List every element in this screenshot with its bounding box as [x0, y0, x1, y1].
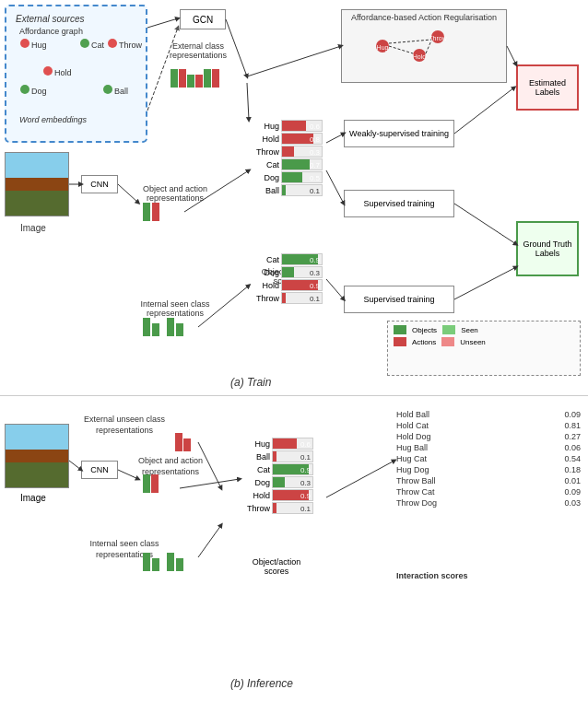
legend-unseen-label: Unseen — [460, 338, 486, 346]
svg-line-6 — [389, 46, 413, 53]
int-seen-bar-1 — [143, 553, 150, 571]
repr-spacer — [161, 318, 165, 336]
score-label-cat-inf: Cat — [240, 465, 272, 474]
svg-text:Throw: Throw — [429, 35, 447, 41]
int-score-row-throw-ball: Throw Ball 0.01 — [396, 476, 581, 485]
cnn-box-train: CNN — [81, 175, 118, 193]
score-val-cat-inf: 0.9 — [300, 464, 311, 476]
score-fill-hold: 0.8 — [282, 134, 313, 144]
cnn-label-train: CNN — [90, 180, 109, 189]
score-row-throw2: Throw 0.1 — [249, 292, 323, 304]
word-embeddings-label: Word embeddings — [19, 115, 87, 124]
legend-swatch-seen — [442, 325, 455, 334]
svg-line-30 — [326, 461, 394, 497]
estimated-labels-box: Estimated Labels — [516, 64, 579, 111]
diagram-container: External sources Affordance graph Hug Ca… — [0, 0, 588, 713]
score-label-hug-inf: Hug — [240, 439, 272, 449]
obj-repr-bar-2 — [151, 474, 159, 493]
int-score-val-throw-dog: 0.03 — [564, 498, 581, 508]
node-cat: Cat — [80, 39, 104, 50]
image-box-inf — [5, 424, 69, 488]
int-score-val-hug-ball: 0.06 — [564, 443, 581, 452]
int-score-label-throw-cat: Throw Cat — [396, 487, 435, 497]
external-sources-label: External sources — [16, 14, 84, 24]
legend-swatch-unseen — [441, 337, 454, 346]
score-val-dog-inf: 0.3 — [300, 477, 311, 489]
ext-class-repr-label: External class representations — [157, 41, 240, 60]
int-score-label-hold-ball: Hold Ball — [396, 410, 429, 419]
node-throw: Throw — [108, 39, 142, 50]
score-fill-ball-inf: 0.1 — [273, 451, 276, 462]
score-bar-cat: 0.7 — [281, 158, 323, 170]
section-a-label: (a) Train — [230, 376, 271, 389]
svg-line-9 — [147, 18, 178, 28]
score-bar-cat2: 0.9 — [281, 253, 323, 265]
supervised-box-2: Supervised training — [344, 286, 454, 313]
external-sources-box: External sources Affordance graph Hug Ca… — [5, 5, 147, 143]
score-row-dog: Dog 0.5 — [249, 171, 323, 183]
ext-unseen-bars-inf — [175, 433, 191, 451]
int-score-label-hug-ball: Hug Ball — [396, 443, 428, 452]
svg-line-24 — [454, 267, 516, 299]
score-row-ball-inf: Ball 0.1 — [240, 450, 313, 462]
score-row-dog-inf: Dog 0.3 — [240, 476, 313, 488]
score-fill-dog-inf: 0.3 — [273, 477, 285, 487]
int-seen-bar-3 — [167, 553, 174, 571]
score-val-throw-inf: 0.1 — [300, 503, 311, 515]
score-fill-cat2: 0.9 — [282, 254, 318, 264]
score-bar-ball-inf: 0.1 — [272, 450, 313, 462]
score-label-cat: Cat — [249, 160, 281, 169]
obj-action-scores-label-inf: Object/action scores — [240, 557, 313, 576]
int-score-label-hug-cat: Hug Cat — [396, 454, 427, 463]
score-row-dog2: Dog 0.3 — [249, 266, 323, 278]
svg-line-17 — [326, 134, 344, 143]
svg-line-13 — [247, 83, 249, 120]
svg-line-20 — [507, 46, 516, 64]
score-fill-hug: 0.6 — [282, 121, 306, 131]
svg-line-19 — [454, 88, 514, 134]
ext-unseen-label: External unseen class representations — [78, 415, 171, 436]
score-label-dog-inf: Dog — [240, 478, 272, 487]
legend-seen-label: Seen — [461, 326, 478, 334]
int-score-val-throw-cat: 0.09 — [564, 487, 581, 497]
legend-row-objects: Objects Seen — [394, 325, 574, 334]
node-hold: Hold — [43, 66, 72, 77]
svg-line-18 — [326, 170, 344, 204]
affordance-box-label: Affordance-based Action Regularisation — [342, 13, 506, 24]
int-seen-bars-inf — [143, 553, 183, 571]
int-score-row-hold-ball: Hold Ball 0.09 — [396, 410, 581, 419]
score-val-cat: 0.7 — [310, 159, 320, 171]
obj-repr-bar-1 — [143, 474, 150, 493]
int-score-val-hold-ball: 0.09 — [564, 410, 581, 419]
svg-line-23 — [326, 279, 344, 299]
repr-bars-obj-train — [143, 203, 159, 221]
score-label-hold: Hold — [249, 134, 281, 144]
ground-truth-label: Ground Truth Labels — [518, 240, 577, 258]
score-val-ball-inf: 0.1 — [300, 451, 311, 463]
train-section: External sources Affordance graph Hug Ca… — [0, 0, 588, 396]
repr-bars-int-train — [143, 318, 183, 336]
gcn-label: GCN — [193, 15, 213, 25]
repr-bar-5 — [204, 69, 211, 88]
scores-table-inf: Hug 0.6 Ball 0.1 Cat — [240, 438, 313, 515]
repr-bar-2 — [179, 69, 186, 88]
scores-table-top: Hug 0.6 Hold 0.8 Throw — [249, 120, 323, 197]
affordance-box: Affordance-based Action Regularisation H… — [341, 9, 507, 83]
score-val-throw2: 0.1 — [310, 293, 320, 305]
interaction-scores: Hold Ball 0.09 Hold Cat 0.81 Hold Dog 0.… — [396, 410, 581, 509]
int-score-row-hug-dog: Hug Dog 0.18 — [396, 465, 581, 474]
svg-line-25 — [69, 461, 81, 470]
int-score-row-hug-cat: Hug Cat 0.54 — [396, 454, 581, 463]
int-score-row-hold-dog: Hold Dog 0.27 — [396, 432, 581, 441]
repr-bar-obj-1 — [143, 203, 150, 221]
repr-bars-ext — [171, 69, 219, 88]
legend-box: Objects Seen Actions Unseen — [387, 321, 581, 376]
repr-bar-int-2 — [152, 323, 159, 336]
inference-section: Image External unseen class representati… — [0, 405, 588, 709]
cnn-label-inf: CNN — [90, 465, 109, 474]
repr-bar-int-4 — [176, 323, 183, 336]
score-label-ball: Ball — [249, 186, 281, 195]
score-bar-ball: 0.1 — [281, 184, 323, 196]
int-score-row-hug-ball: Hug Ball 0.06 — [396, 443, 581, 452]
score-fill-cat-inf: 0.9 — [273, 464, 309, 474]
